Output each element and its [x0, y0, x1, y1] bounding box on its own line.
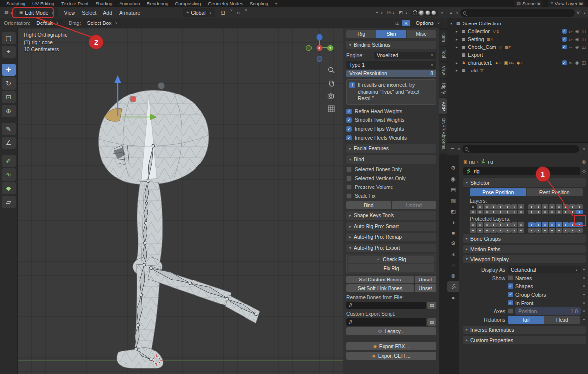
- expand-icon[interactable]: ▸: [456, 29, 461, 34]
- render-checkbox[interactable]: ✓: [562, 45, 567, 49]
- protected-layer-toggle[interactable]: [511, 228, 517, 233]
- proportional-editing-button[interactable]: ○: [234, 8, 243, 17]
- shield-icon[interactable]: ◇: [582, 169, 586, 174]
- bone-layer-toggle[interactable]: [528, 204, 535, 209]
- bone-layer-toggle[interactable]: [549, 210, 555, 214]
- protected-layer-toggle[interactable]: [497, 222, 504, 227]
- workspace-tab[interactable]: UV Editing: [29, 0, 58, 7]
- menu-add[interactable]: Add: [99, 9, 116, 17]
- bone-layer-toggle[interactable]: [470, 210, 476, 214]
- protected-layer-toggle[interactable]: [528, 228, 535, 233]
- protected-layer-toggle[interactable]: [470, 228, 476, 233]
- outliner-editor-icon[interactable]: ≡: [450, 11, 452, 15]
- show-names-checkbox[interactable]: [508, 275, 513, 280]
- transform-tool[interactable]: ⊕: [2, 105, 16, 117]
- protected-layer-toggle[interactable]: [569, 228, 576, 233]
- relations-head-button[interactable]: Head: [544, 316, 581, 324]
- check-rig-button[interactable]: ✓ Check Rig: [348, 256, 434, 263]
- outliner-row-check-cam[interactable]: ▸▦Check_Cam▽▦2✓▻◉◫: [447, 43, 588, 51]
- protected-layer-toggle[interactable]: [542, 228, 548, 233]
- properties-tab-world[interactable]: ◑: [447, 217, 459, 227]
- outliner-row-export[interactable]: ▦Export: [447, 51, 588, 59]
- bone-layer-toggle[interactable]: [535, 210, 541, 214]
- disable-render-icon[interactable]: ◫: [581, 37, 586, 42]
- show-in-front-checkbox[interactable]: ✓: [508, 300, 513, 305]
- relations-tail-button[interactable]: Tail: [508, 316, 544, 324]
- set-custom-bones-button[interactable]: Set Custom Bones: [346, 276, 414, 283]
- camera-view-icon[interactable]: [327, 92, 336, 100]
- protected-layer-toggle[interactable]: [504, 228, 511, 233]
- bone-layer-toggle[interactable]: [528, 210, 535, 214]
- character-model[interactable]: [18, 28, 343, 374]
- drag-dropdown[interactable]: Select Box ∨: [83, 20, 121, 27]
- bone-layer-toggle[interactable]: [542, 204, 548, 209]
- panel-bone-groups[interactable]: ▸Bone Groups: [463, 234, 586, 243]
- show-overlays-button[interactable]: ◎∨: [385, 10, 396, 15]
- bone-layer-toggle[interactable]: [563, 210, 569, 214]
- workspace-tab[interactable]: Scripting: [246, 0, 271, 7]
- protected-layer-toggle[interactable]: [470, 222, 476, 227]
- bone-layer-toggle[interactable]: [497, 210, 504, 214]
- bind-option-checkbox[interactable]: [346, 193, 352, 199]
- bone-layer-toggle[interactable]: [563, 204, 569, 209]
- view-layer-selector[interactable]: ≡ View Layer ⊞: [548, 0, 585, 7]
- protected-layer-toggle[interactable]: [518, 222, 524, 227]
- properties-tab-modifiers[interactable]: ⚙: [447, 238, 459, 249]
- panel-auto-rig-pro-remap[interactable]: ▸Auto-Rig Pro: Remap: [346, 233, 436, 241]
- decorator-dot[interactable]: [583, 294, 585, 295]
- outliner-row-scene-collection[interactable]: ▾▦Scene Collection: [447, 20, 588, 27]
- snap-magnet-button[interactable]: Ω: [219, 8, 228, 17]
- tweak-select-tool[interactable]: ▢: [2, 32, 16, 44]
- properties-tab-tool[interactable]: ⚙: [447, 163, 459, 173]
- bone-layer-toggle[interactable]: [535, 204, 541, 209]
- transform-orientation-dropdown[interactable]: ⌖ Global ∨: [183, 8, 215, 17]
- workspace-tab[interactable]: Sculpting: [3, 0, 29, 7]
- shading-wireframe-button[interactable]: [413, 10, 417, 15]
- bone-layer-toggle[interactable]: [549, 204, 555, 209]
- protected-layer-toggle[interactable]: [563, 222, 569, 227]
- properties-tab-object[interactable]: ■: [447, 228, 459, 238]
- panel-binding-settings[interactable]: ▾ Binding Settings: [346, 41, 436, 49]
- bone-layer-toggle[interactable]: [504, 210, 511, 214]
- binding-option-checkbox[interactable]: ✓: [346, 126, 352, 132]
- bone-layer-toggle[interactable]: [556, 204, 562, 209]
- properties-tab-particles[interactable]: ∗: [447, 249, 459, 259]
- bind-option-checkbox[interactable]: [346, 185, 352, 190]
- panel-bind[interactable]: ▾ Bind: [346, 155, 436, 164]
- bind-option-checkbox[interactable]: [346, 167, 352, 172]
- properties-tab-material[interactable]: ●: [447, 292, 459, 303]
- protected-layer-toggle[interactable]: [490, 228, 497, 233]
- protected-layer-toggle[interactable]: [556, 228, 562, 233]
- show-group-colors-checkbox[interactable]: ✓: [508, 292, 513, 297]
- protected-layer-toggle[interactable]: [490, 222, 497, 227]
- panel-arp-export[interactable]: ▾ Auto-Rig Pro: Export: [346, 244, 436, 252]
- decorator-dot[interactable]: [583, 285, 585, 287]
- new-scene-icon[interactable]: ⊞: [537, 1, 541, 6]
- rest-position-button[interactable]: Rest Position: [526, 188, 583, 196]
- properties-search-input[interactable]: [462, 145, 579, 153]
- toggle-xray-button[interactable]: ◩∨: [397, 10, 409, 15]
- unbind-button[interactable]: Unbind: [392, 201, 437, 209]
- shading-solid-button[interactable]: [418, 10, 424, 16]
- outliner-row-collection[interactable]: ▸▦Collection▽3✓▻◉◫: [447, 27, 588, 35]
- scale-tool[interactable]: ⊡: [2, 91, 16, 103]
- hide-viewport-icon[interactable]: ◉: [575, 60, 579, 65]
- shading-material-preview-button[interactable]: [425, 10, 430, 15]
- protected-layer-toggle[interactable]: [484, 222, 490, 227]
- binding-option-checkbox[interactable]: ✓: [346, 135, 352, 140]
- move-tool[interactable]: ✚: [2, 64, 16, 76]
- mirror-x-button[interactable]: X: [402, 20, 410, 26]
- new-workspace-button[interactable]: +: [271, 0, 281, 7]
- protected-layer-toggle[interactable]: [535, 228, 541, 233]
- protected-layer-toggle[interactable]: [477, 228, 483, 233]
- sidebar-tab-bnpr-abnormal[interactable]: BNPR Abnormal: [439, 115, 447, 154]
- protected-layer-toggle[interactable]: [477, 222, 483, 227]
- arp-curve-tool-tool[interactable]: ∿: [2, 168, 16, 181]
- shading-rendered-button[interactable]: [431, 10, 436, 15]
- fix-rig-button[interactable]: Fix Rig: [348, 264, 434, 272]
- arp-limb-tool-tool[interactable]: ✐: [2, 155, 16, 167]
- arp-tab-rig[interactable]: Rig: [346, 30, 376, 38]
- type-dropdown[interactable]: Type 1 ∨: [346, 61, 436, 69]
- bone-layer-toggle[interactable]: [490, 204, 497, 209]
- protected-layer-toggle[interactable]: [542, 222, 548, 227]
